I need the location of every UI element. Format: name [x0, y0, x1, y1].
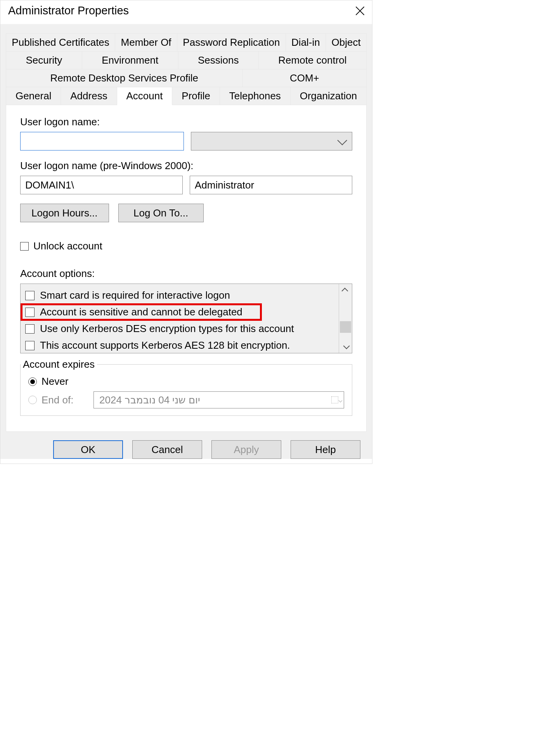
- account-options-list: Smart card is required for interactive l…: [20, 284, 352, 353]
- cancel-button[interactable]: Cancel: [132, 440, 202, 459]
- tab-environment[interactable]: Environment: [82, 52, 178, 69]
- option-kerberos-des[interactable]: Use only Kerberos DES encryption types f…: [24, 320, 336, 337]
- option-checkbox[interactable]: [25, 291, 35, 300]
- prewin-user-input[interactable]: [190, 176, 352, 194]
- tab-account[interactable]: Account: [117, 87, 173, 105]
- unlock-account-checkbox[interactable]: [20, 242, 29, 251]
- tab-remote-control[interactable]: Remote control: [259, 52, 367, 69]
- expires-never-radio[interactable]: [28, 377, 37, 386]
- option-kerberos-aes128[interactable]: This account supports Kerberos AES 128 b…: [24, 337, 336, 353]
- prewin-label: User logon name (pre-Windows 2000):: [20, 160, 352, 172]
- tab-dial-in[interactable]: Dial-in: [286, 34, 326, 52]
- expires-date-picker[interactable]: יום שני 04 נובמבר 2024: [93, 391, 344, 408]
- dialog-footer: OK Cancel Apply Help: [6, 432, 367, 459]
- scroll-thumb[interactable]: [340, 321, 351, 333]
- log-on-to-button[interactable]: Log On To...: [118, 204, 204, 222]
- unlock-account-label: Unlock account: [33, 240, 102, 252]
- scroll-up-button[interactable]: [339, 284, 352, 296]
- prewin-domain-input[interactable]: [20, 176, 183, 194]
- option-checkbox[interactable]: [25, 324, 35, 334]
- help-button[interactable]: Help: [291, 440, 360, 459]
- tab-rds-profile[interactable]: Remote Desktop Services Profile: [6, 69, 243, 87]
- account-options-label: Account options:: [20, 268, 352, 280]
- logon-name-label: User logon name:: [20, 116, 352, 128]
- scroll-down-button[interactable]: [339, 341, 352, 353]
- title-bar: Administrator Properties: [0, 0, 372, 24]
- dialog-body: Published Certificates Member Of Passwor…: [0, 24, 372, 459]
- tab-profile[interactable]: Profile: [172, 87, 220, 105]
- option-smart-card[interactable]: Smart card is required for interactive l…: [24, 287, 336, 304]
- account-expires-legend: Account expires: [21, 358, 97, 370]
- tab-strip: Published Certificates Member Of Passwor…: [6, 33, 367, 105]
- tab-security[interactable]: Security: [6, 52, 82, 69]
- option-checkbox[interactable]: [25, 341, 35, 350]
- tab-password-replication[interactable]: Password Replication: [177, 34, 286, 52]
- apply-button[interactable]: Apply: [211, 440, 281, 459]
- expires-never-label: Never: [42, 375, 68, 388]
- tab-general[interactable]: General: [6, 87, 61, 105]
- account-expires-group: Account expires Never End of: יום שני 04…: [20, 364, 352, 416]
- tab-telephones[interactable]: Telephones: [220, 87, 291, 105]
- window-title: Administrator Properties: [8, 4, 129, 17]
- scroll-track[interactable]: [339, 296, 352, 341]
- tab-sessions[interactable]: Sessions: [178, 52, 259, 69]
- ok-button[interactable]: OK: [53, 440, 123, 459]
- chevron-up-icon: [341, 288, 348, 294]
- chevron-down-icon: [343, 343, 350, 349]
- tab-address[interactable]: Address: [61, 87, 117, 105]
- option-checkbox[interactable]: [25, 308, 35, 317]
- tab-published-certificates[interactable]: Published Certificates: [6, 34, 115, 52]
- options-scrollbar[interactable]: [339, 284, 352, 353]
- expires-date-text: יום שני 04 נובמבר 2024: [99, 394, 200, 406]
- tab-organization[interactable]: Organization: [291, 87, 367, 105]
- expires-endof-radio[interactable]: [28, 396, 37, 404]
- option-sensitive-no-delegate[interactable]: Account is sensitive and cannot be deleg…: [24, 304, 336, 320]
- properties-dialog: Administrator Properties Published Certi…: [0, 0, 372, 464]
- close-icon[interactable]: [354, 5, 366, 17]
- tab-complus[interactable]: COM+: [243, 69, 367, 87]
- tab-object[interactable]: Object: [326, 34, 367, 52]
- calendar-icon: [331, 396, 338, 403]
- logon-name-input[interactable]: [20, 132, 184, 151]
- account-page: User logon name: User logon name (pre-Wi…: [6, 105, 367, 432]
- chevron-down-icon: [337, 135, 347, 145]
- tab-member-of[interactable]: Member Of: [115, 34, 177, 52]
- expires-endof-label: End of:: [42, 394, 73, 406]
- logon-hours-button[interactable]: Logon Hours...: [20, 204, 109, 222]
- domain-suffix-combo[interactable]: [191, 132, 352, 151]
